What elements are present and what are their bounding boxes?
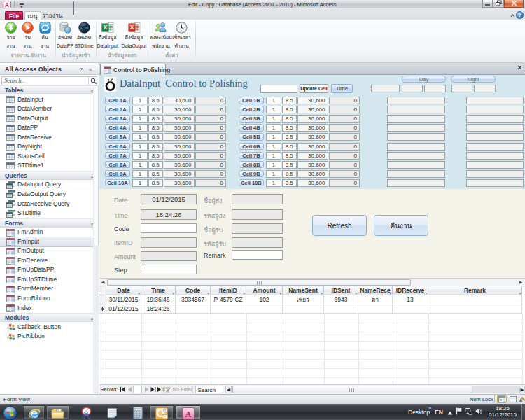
tray-show-hidden-icon[interactable] xyxy=(447,410,453,416)
cell-field[interactable]: 1 xyxy=(266,170,281,178)
datasheet-cell[interactable]: 18:24:26 xyxy=(141,304,176,314)
cell-field[interactable]: 0 xyxy=(195,106,226,113)
cell-field[interactable]: 0 xyxy=(329,115,360,122)
network-tray-icon[interactable] xyxy=(465,407,472,416)
cell-field[interactable]: 0 xyxy=(195,179,226,187)
extra-field-night[interactable] xyxy=(466,161,524,169)
nav-item-fmupdatapp[interactable]: FmUpDataPP xyxy=(0,265,93,275)
cell-field[interactable]: 30,600 xyxy=(298,152,328,160)
cell-field[interactable]: 0 xyxy=(329,179,360,187)
nav-section-header-tables[interactable]: Tables» xyxy=(0,85,99,94)
extra-field-day[interactable] xyxy=(387,170,445,178)
datasheet-cell[interactable]: 6943 xyxy=(324,295,358,304)
cell-field[interactable]: 30,600 xyxy=(298,161,328,169)
cell-field[interactable]: 8.5 xyxy=(148,106,164,113)
cell-button-cell-9a[interactable]: Cell 9A xyxy=(105,170,130,178)
extra-field-day[interactable] xyxy=(387,143,445,150)
cell-button-cell-6b[interactable]: Cell 6B xyxy=(239,143,264,150)
cell-field[interactable]: 8.5 xyxy=(148,115,164,122)
nav-item-datainput query[interactable]: DataInput Query xyxy=(0,180,93,190)
cell-field[interactable]: 1 xyxy=(266,179,281,187)
cell-field[interactable]: 30,600 xyxy=(164,124,195,132)
nav-item-fmadmin[interactable]: FmAdmin xyxy=(0,227,93,237)
help-icon[interactable]: ? xyxy=(516,11,524,19)
field-right-3[interactable] xyxy=(232,237,283,248)
cell-field[interactable]: 0 xyxy=(195,97,226,104)
day-night-field-2[interactable] xyxy=(402,85,423,92)
cell-field[interactable]: 8.5 xyxy=(282,97,298,104)
cell-field[interactable]: 1 xyxy=(266,124,281,132)
column-header-amount[interactable]: Amount▾ xyxy=(246,286,283,295)
cell-field[interactable]: 30,600 xyxy=(298,170,328,178)
day-button[interactable]: Day xyxy=(402,76,446,83)
document-tab[interactable]: Control to Polishing xyxy=(100,64,166,75)
cell-field[interactable]: 1 xyxy=(266,106,281,113)
datasheet-cell[interactable]: 102 xyxy=(246,295,283,304)
nav-scrollbar[interactable] xyxy=(93,85,99,393)
cell-field[interactable]: 8.5 xyxy=(148,133,164,141)
cell-field[interactable]: 30,600 xyxy=(298,106,328,113)
nav-item-fmupstdtime[interactable]: FmUpSTDtime xyxy=(0,275,93,285)
cell-field[interactable]: 30,600 xyxy=(164,133,195,141)
datasheet-view-button[interactable] xyxy=(508,396,518,403)
night-button[interactable]: Night xyxy=(451,76,496,83)
column-header-date[interactable]: Date▾ xyxy=(106,286,141,295)
column-header-remark[interactable]: Remark▾ xyxy=(428,286,522,295)
ds-hscroll-thumb[interactable] xyxy=(232,386,472,393)
cell-button-cell-7b[interactable]: Cell 7B xyxy=(239,152,264,160)
datasheet-cell[interactable] xyxy=(428,304,522,314)
field-right-0[interactable] xyxy=(232,194,283,204)
nav-section-header-queries[interactable]: Queries» xyxy=(0,171,99,180)
datasheet-cell[interactable]: เพียว xyxy=(283,295,324,304)
ribbon-button-คืน-งาน[interactable]: คืนงาน xyxy=(36,20,53,50)
nav-item-fmoutput[interactable]: FmOutput xyxy=(0,246,93,256)
extra-field-night[interactable] xyxy=(466,124,524,132)
cell-field[interactable]: 8.5 xyxy=(282,152,298,160)
nav-item-stdtime1[interactable]: STDtime1 xyxy=(0,161,93,171)
cell-button-cell-5a[interactable]: Cell 5A xyxy=(105,133,130,141)
close-button[interactable] xyxy=(504,0,524,8)
cell-field[interactable]: 1 xyxy=(132,143,148,150)
field-right-4[interactable] xyxy=(232,250,283,260)
datasheet-cell[interactable] xyxy=(246,304,283,314)
extra-field-day[interactable] xyxy=(387,179,445,187)
cell-field[interactable]: 1 xyxy=(266,97,281,104)
show-desktop-button[interactable] xyxy=(521,404,525,420)
ribbon-button-ดึงข้อมูล-DataOutput[interactable]: Xดึงข้อมูลDataOutput xyxy=(119,20,150,50)
day-night-field-5[interactable] xyxy=(474,85,496,92)
cell-field[interactable]: 8.5 xyxy=(148,97,164,104)
cell-field[interactable]: 8.5 xyxy=(148,143,164,150)
header-code-input[interactable] xyxy=(260,85,298,93)
action-center-flag-icon[interactable] xyxy=(456,407,462,416)
ds-hscroll-left-icon[interactable]: ◀ xyxy=(225,386,232,393)
refresh-button[interactable]: Refresh xyxy=(312,215,367,236)
cell-field[interactable]: 1 xyxy=(132,170,148,178)
cell-button-cell-4a[interactable]: Cell 4A xyxy=(105,124,130,132)
tab-report[interactable]: รายงาน xyxy=(41,11,64,20)
nav-item-dataoutput query[interactable]: DataOutput Query xyxy=(0,190,93,200)
cell-field[interactable]: 0 xyxy=(195,115,226,122)
tab-file[interactable]: File xyxy=(5,11,23,20)
nav-item-formmember[interactable]: FormMember xyxy=(0,284,93,294)
calculator-taskbar-button[interactable] xyxy=(129,405,146,419)
cell-field[interactable]: 0 xyxy=(329,143,360,150)
extra-field-night[interactable] xyxy=(466,106,524,113)
nav-item-daynight[interactable]: DayNight xyxy=(0,142,93,152)
nav-item-datareceive[interactable]: DataReceive xyxy=(0,133,93,143)
search-icon[interactable] xyxy=(88,77,98,85)
cell-field[interactable]: 8.5 xyxy=(148,179,164,187)
ds-hscroll-right-icon[interactable]: ▶ xyxy=(519,386,525,393)
cell-field[interactable]: 30,600 xyxy=(298,143,328,150)
extra-field-day[interactable] xyxy=(387,97,445,104)
cell-field[interactable]: 8.5 xyxy=(282,179,298,187)
nav-item-stdtime[interactable]: STDtime xyxy=(0,209,93,218)
access-taskbar-button[interactable]: A xyxy=(176,405,201,419)
ribbon-button-จ่าย-งาน[interactable]: จ่ายงาน xyxy=(3,20,20,50)
row-selector[interactable] xyxy=(99,295,106,304)
cell-field[interactable]: 0 xyxy=(329,97,360,104)
cell-field[interactable]: 1 xyxy=(132,133,148,141)
cell-field[interactable]: 30,600 xyxy=(164,179,195,187)
cell-field[interactable]: 8.5 xyxy=(282,170,298,178)
cell-button-cell-2a[interactable]: Cell 2A xyxy=(105,106,130,113)
cell-field[interactable]: 0 xyxy=(329,161,360,169)
